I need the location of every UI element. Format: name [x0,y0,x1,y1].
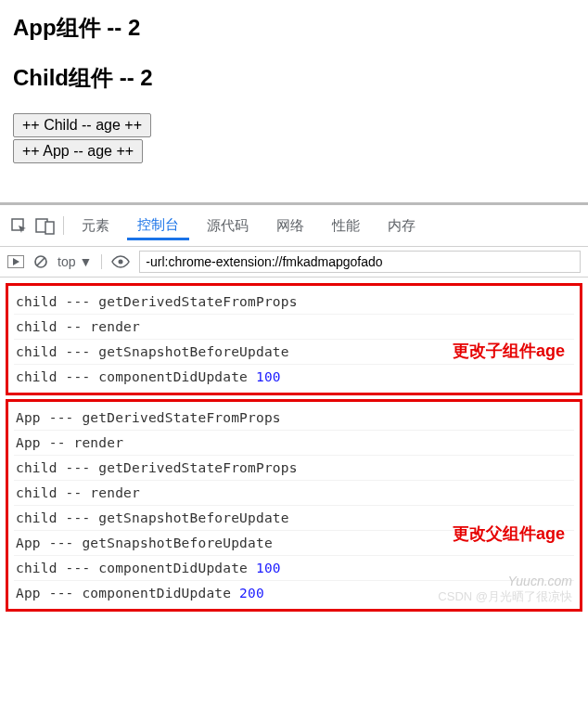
log-line: App --- getDerivedStateFromProps [14,406,574,431]
eye-icon[interactable] [111,255,130,268]
app-heading: App组件 -- 2 [13,13,575,43]
child-age-button[interactable]: ++ Child -- age ++ [13,113,151,137]
log-number: 100 [256,561,281,575]
log-line: App -- render [14,431,574,456]
console-toolbar: top ▼ [0,247,588,278]
button-group: ++ Child -- age ++ ++ App -- age ++ [13,113,575,163]
context-label: top [58,254,75,269]
svg-point-5 [119,260,123,265]
svg-line-4 [37,258,45,265]
console-body: 更改子组件age child --- getDerivedStateFromPr… [0,278,588,621]
log-line: child --- componentDidUpdate 100 [14,556,574,581]
log-number: 200 [239,586,264,600]
log-number: 100 [256,369,281,384]
watermark-author: CSDN @月光晒了很凉快 [438,588,572,605]
group-label-child: 更改子组件age [453,340,565,362]
devtools-panel: 元素 控制台 源代码 网络 性能 内存 top ▼ 更改子组件age child… [0,202,588,621]
clear-icon[interactable] [33,254,48,269]
log-line: child --- getDerivedStateFromProps [14,290,574,315]
tab-elements[interactable]: 元素 [71,212,120,240]
group-label-app: 更改父组件age [453,523,565,545]
inspect-icon[interactable] [9,216,28,235]
context-selector[interactable]: top ▼ [58,254,102,269]
log-line: child -- render [14,315,574,340]
log-line: child --- componentDidUpdate 100 [14,365,574,389]
tab-console[interactable]: 控制台 [127,211,189,240]
tab-memory[interactable]: 内存 [377,212,426,240]
child-heading: Child组件 -- 2 [13,63,575,93]
device-icon[interactable] [35,216,56,235]
tab-network[interactable]: 网络 [266,212,314,240]
app-content: App组件 -- 2 Child组件 -- 2 ++ Child -- age … [0,0,588,178]
log-group-app: 更改父组件age App --- getDerivedStateFromProp… [6,399,582,612]
tab-performance[interactable]: 性能 [322,212,370,240]
app-age-button[interactable]: ++ App -- age ++ [13,139,143,163]
log-group-child: 更改子组件age child --- getDerivedStateFromPr… [6,283,582,395]
devtools-tabs: 元素 控制台 源代码 网络 性能 内存 [0,205,588,247]
log-line: child -- render [14,481,574,506]
tab-sources[interactable]: 源代码 [197,212,259,240]
log-line: child --- getDerivedStateFromProps [14,456,574,481]
svg-rect-2 [45,222,54,234]
chevron-down-icon: ▼ [79,254,92,269]
play-icon[interactable] [7,255,24,268]
watermark-site: Yuucn.com [507,574,572,588]
filter-input[interactable] [139,251,581,273]
